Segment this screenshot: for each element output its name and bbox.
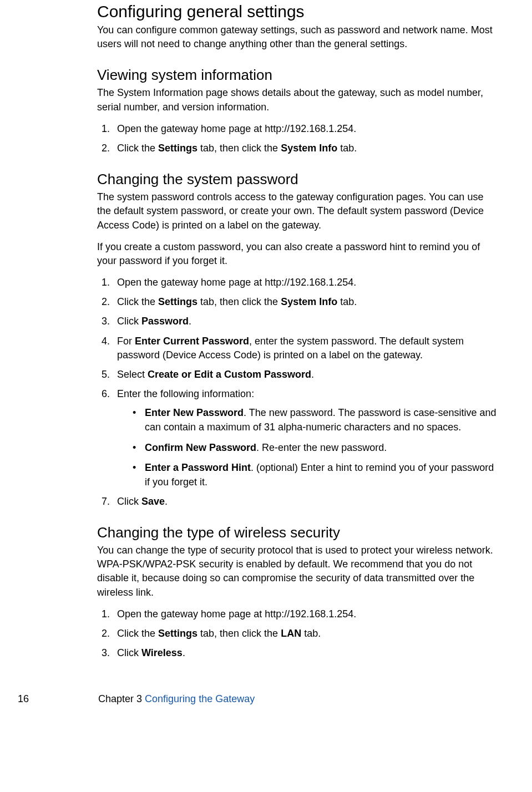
- bold-text: System Info: [281, 143, 337, 154]
- bullet-item: Enter New Password. The new password. Th…: [133, 405, 499, 434]
- bold-text: Enter a Password Hint: [145, 462, 251, 473]
- text: tab, then click the: [197, 628, 281, 639]
- bullet-item: Confirm New Password. Re-enter the new p…: [133, 440, 499, 455]
- page-number: 16: [18, 693, 95, 705]
- section-heading-wireless: Changing the type of wireless security: [97, 524, 499, 541]
- bold-text: Settings: [158, 143, 197, 154]
- chapter-label: Chapter 3: [98, 693, 145, 704]
- step-item: Click Save.: [113, 495, 499, 509]
- bullet-item: Enter a Password Hint. (optional) Enter …: [133, 460, 499, 489]
- page-footer: 16 Chapter 3 Configuring the Gateway: [0, 693, 532, 716]
- bold-text: LAN: [281, 628, 301, 639]
- bold-text: Settings: [158, 628, 197, 639]
- sub-bullet-list: Enter New Password. The new password. Th…: [117, 405, 499, 489]
- page-title: Configuring general settings: [97, 0, 499, 21]
- text: Click: [117, 647, 141, 658]
- bold-text: Create or Edit a Custom Password: [148, 369, 311, 380]
- section-heading-system-info: Viewing system information: [97, 67, 499, 84]
- text: Select: [117, 369, 148, 380]
- bold-text: Settings: [158, 296, 197, 307]
- text: Click the: [117, 296, 158, 307]
- step-item: Enter the following information: Enter N…: [113, 387, 499, 489]
- bold-text: Password: [141, 316, 189, 327]
- section-heading-password: Changing the system password: [97, 171, 499, 188]
- step-item: Click Wireless.: [113, 646, 499, 660]
- document-page: Configuring general settings You can con…: [0, 0, 532, 660]
- text: .: [189, 316, 191, 327]
- text: Enter the following information:: [117, 388, 254, 399]
- section-description: The system password controls access to t…: [97, 190, 499, 232]
- step-item: Open the gateway home page at http://192…: [113, 607, 499, 621]
- text: .: [311, 369, 314, 380]
- step-item: Click the Settings tab, then click the S…: [113, 141, 499, 155]
- chapter-title: Configuring the Gateway: [145, 693, 255, 704]
- section-description: You can change the type of security prot…: [97, 544, 499, 600]
- step-item: Open the gateway home page at http://192…: [113, 122, 499, 136]
- bold-text: System Info: [281, 296, 337, 307]
- step-item: For Enter Current Password, enter the sy…: [113, 334, 499, 362]
- text: Click: [117, 496, 141, 507]
- section-description: The System Information page shows detail…: [97, 86, 499, 114]
- intro-paragraph: You can configure common gateway setting…: [97, 23, 499, 51]
- step-item: Click the Settings tab, then click the L…: [113, 627, 499, 641]
- steps-list: Open the gateway home page at http://192…: [97, 607, 499, 661]
- text: Click the: [117, 628, 158, 639]
- bold-text: Save: [141, 496, 165, 507]
- text: Click the: [117, 143, 158, 154]
- text: tab.: [337, 143, 357, 154]
- bold-text: Enter Current Password: [135, 336, 249, 347]
- step-item: Select Create or Edit a Custom Password.: [113, 368, 499, 382]
- text: . Re-enter the new password.: [256, 442, 387, 453]
- text: tab, then click the: [197, 143, 281, 154]
- text: Click: [117, 316, 141, 327]
- step-item: Click the Settings tab, then click the S…: [113, 295, 499, 309]
- text: .: [165, 496, 168, 507]
- bold-text: Confirm New Password: [145, 442, 256, 453]
- bold-text: Wireless: [141, 647, 183, 658]
- text: tab, then click the: [197, 296, 281, 307]
- steps-list: Open the gateway home page at http://192…: [97, 122, 499, 155]
- text: .: [183, 647, 185, 658]
- section-description: If you create a custom password, you can…: [97, 240, 499, 268]
- text: tab.: [301, 628, 321, 639]
- text: tab.: [337, 296, 357, 307]
- step-item: Click Password.: [113, 314, 499, 328]
- steps-list: Open the gateway home page at http://192…: [97, 276, 499, 509]
- step-item: Open the gateway home page at http://192…: [113, 276, 499, 290]
- bold-text: Enter New Password: [145, 407, 244, 418]
- text: For: [117, 336, 135, 347]
